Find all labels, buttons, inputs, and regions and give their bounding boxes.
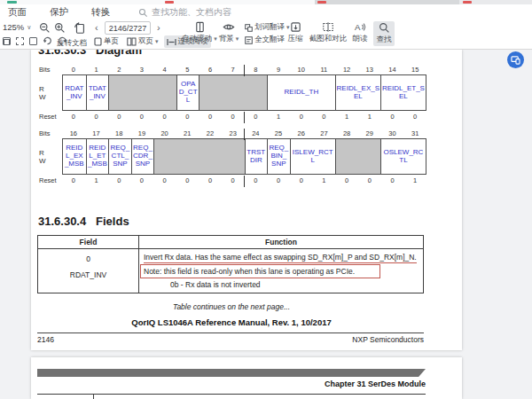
reset-values-row: 0000000001001100 xyxy=(62,111,426,121)
bit-value: 0 xyxy=(85,113,108,121)
read-aloud-icon: A xyxy=(354,21,366,33)
reset-label: Reset xyxy=(39,113,62,121)
bit-value: 0 xyxy=(222,176,245,184)
single-page-icon xyxy=(94,37,102,46)
bit-value: 19 xyxy=(130,129,153,137)
bit-value: 15 xyxy=(403,66,426,74)
chapter-header-text: Chapter 31 SerDes Module xyxy=(37,379,426,388)
bit-value: 0 xyxy=(290,113,313,121)
bit-value: 0 xyxy=(62,176,85,184)
field-req_cdr_snp: REQ_ CDR_ SNP xyxy=(131,139,154,174)
bit-value: 2 xyxy=(107,66,130,74)
background-button[interactable]: 背景 ▾ xyxy=(216,21,241,44)
reserved-field xyxy=(335,139,380,174)
global-search-input[interactable]: 查找功能、文档内容 xyxy=(138,6,231,19)
chapter-header-bar xyxy=(37,369,426,377)
bit-value: 0 xyxy=(358,176,381,184)
field-req_ctl_snp: REQ_ CTL_ SNP xyxy=(108,139,131,174)
read-write-label: RW xyxy=(39,146,62,168)
reset-label: Reset xyxy=(39,176,62,184)
menu-page[interactable]: 页面 xyxy=(8,6,27,19)
bit-value: 0 xyxy=(381,176,404,184)
field-rdat_inv: RDAT _INV xyxy=(63,75,86,110)
page-number-input[interactable]: 2146/2727 xyxy=(105,21,151,35)
fit-visible-icon[interactable] xyxy=(16,37,24,45)
menu-convert[interactable]: 转换 xyxy=(91,6,110,19)
find-icon xyxy=(379,22,390,34)
auto-scroll-icon xyxy=(194,21,206,33)
bit-value: 11 xyxy=(313,66,336,74)
note-annotation-box: Note: this field is read-only when this … xyxy=(140,264,380,279)
bit-value: 25 xyxy=(267,129,290,137)
single-page-button[interactable]: 单页 xyxy=(91,35,121,48)
eye-icon xyxy=(223,21,235,33)
float-assistant-button[interactable] xyxy=(507,51,524,68)
bit-value: 4 xyxy=(153,66,176,74)
device-mirror-icon xyxy=(511,56,520,65)
bit-value: 1 xyxy=(85,176,108,184)
zoom-level-select[interactable]: 125%∨ xyxy=(3,22,31,32)
continued-table-top xyxy=(37,394,426,399)
zoom-out-icon[interactable] xyxy=(39,22,51,34)
bit-value: 6 xyxy=(199,66,222,74)
continuous-read-icon xyxy=(167,38,176,46)
auto-scroll-button[interactable]: 自动滚动 ▾ xyxy=(184,21,215,44)
bit-value: 30 xyxy=(381,129,404,137)
field-reidl_ex_msb: REID L_EX _MSB xyxy=(63,139,86,174)
bit-value: 0 xyxy=(313,113,336,121)
page-footer: 2146 NXP Semiconductors xyxy=(37,335,424,344)
menu-protect[interactable]: 保护 xyxy=(50,6,68,19)
read-aloud-button[interactable]: A 朗读 xyxy=(349,21,371,44)
bit-numbers-row: 16171819202122232425262728293031 xyxy=(62,128,426,138)
tab-accent-mark xyxy=(7,1,17,4)
highlighted-sentence: Invert Rx data. Has the same effect as s… xyxy=(144,253,417,263)
bit-value: 14 xyxy=(381,66,404,74)
search-placeholder: 查找功能、文档内容 xyxy=(152,6,231,19)
fit-width-icon[interactable] xyxy=(3,37,11,45)
bit-value: 9 xyxy=(267,66,290,74)
field-reidl_ex_sel: REIDL_EX_S EL xyxy=(335,75,380,110)
bit-value: 1 xyxy=(335,113,358,121)
fields-table: Field Function 0 RDAT_INV Invert Rx data… xyxy=(37,235,424,293)
bit-value: 0 xyxy=(176,113,199,121)
zoom-in-icon[interactable] xyxy=(54,22,66,34)
page-number: 2146 xyxy=(37,335,54,344)
bit-value: 0 xyxy=(335,176,358,184)
column-header-function: Function xyxy=(138,236,423,248)
bit-value: 0 xyxy=(245,176,268,184)
field-tdat_inv: TDAT _INV xyxy=(86,75,109,110)
bit-numbers-row: 0123456789101112131415 xyxy=(62,64,426,74)
app-chrome: 页面 保护 转换 查找功能、文档内容 125%∨ xyxy=(0,0,532,50)
rotate-document-label[interactable]: 旋转文档 xyxy=(57,38,87,49)
svg-text:A: A xyxy=(355,22,361,32)
double-page-button[interactable]: 双页 ▾ xyxy=(124,35,161,48)
read-write-label: RW xyxy=(39,82,62,104)
next-page-icon[interactable]: › xyxy=(157,22,160,34)
rotate-left-icon[interactable] xyxy=(43,36,52,45)
bit-value: 1 xyxy=(267,113,290,121)
bit-value: 17 xyxy=(85,129,108,137)
bit-value: 1 xyxy=(403,176,426,184)
search-icon xyxy=(138,8,148,18)
section-heading-fields: 31.6.30.4 Fields xyxy=(38,215,129,228)
menu-bar: 页面 保护 转换 查找功能、文档内容 xyxy=(0,4,532,20)
compress-icon xyxy=(290,21,301,33)
previous-page-icon[interactable]: ‹ xyxy=(95,22,98,34)
table-continues-note: Table continues on the next page... xyxy=(31,302,432,311)
word-translate-button[interactable]: 划词翻译 ▾ xyxy=(245,22,289,33)
tab-favicon-mark xyxy=(463,1,472,4)
rotate-document-icon[interactable] xyxy=(73,21,87,35)
full-translate-icon xyxy=(245,36,253,44)
bit-value: 0 xyxy=(153,176,176,184)
actual-size-icon[interactable] xyxy=(29,37,37,45)
screenshot-compare-icon xyxy=(322,21,334,33)
reserved-field xyxy=(199,75,267,110)
bit-value: 0 xyxy=(199,113,222,121)
full-translate-button[interactable]: 全文翻译 xyxy=(245,35,289,45)
bit-value: 0 xyxy=(403,113,426,121)
find-button[interactable]: 查找 xyxy=(373,21,395,46)
bit-value: 0 xyxy=(381,113,404,121)
screenshot-compare-button[interactable]: 截图和对比 xyxy=(309,21,347,44)
document-viewport[interactable]: 31.6.30.3 Diagram Bits 01234567891011121… xyxy=(0,50,532,399)
compress-button[interactable]: 压缩 xyxy=(284,21,307,44)
